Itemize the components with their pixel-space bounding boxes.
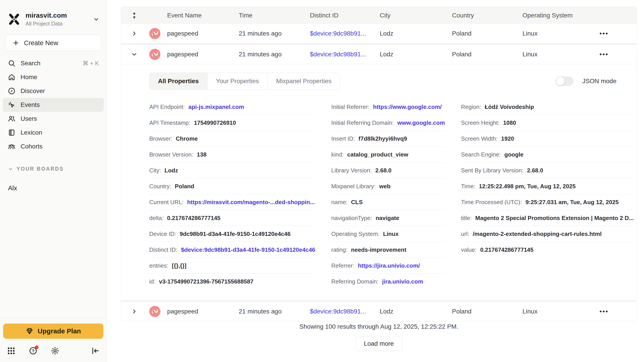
sidebar-item-search[interactable]: Search ⌘ + K	[3, 56, 104, 70]
event-country: Poland	[452, 30, 522, 37]
tab-your-properties[interactable]: Your Properties	[207, 73, 268, 89]
sidebar-item-users[interactable]: Users	[3, 112, 104, 126]
search-shortcut: ⌘ + K	[82, 60, 99, 67]
sidebar-item-cohorts[interactable]: Cohorts	[3, 139, 104, 153]
event-avatar-icon	[149, 49, 160, 60]
property-label: name:	[332, 199, 348, 206]
gem-icon	[26, 327, 34, 335]
property-value: 2.68.0	[375, 167, 391, 174]
event-country: Poland	[452, 51, 522, 58]
sidebar-item-discover[interactable]: Discover	[3, 84, 104, 98]
column-header-time[interactable]: Time	[239, 12, 310, 19]
create-new-button[interactable]: Create New	[5, 35, 101, 51]
property-value-link[interactable]: www.google.com	[397, 119, 445, 126]
row-more-button[interactable]: •••	[600, 308, 636, 315]
home-icon	[8, 73, 16, 81]
event-distinct-id-link[interactable]: $device:9dc98b91...	[310, 51, 380, 58]
board-item-alx[interactable]: Alx	[3, 182, 104, 194]
column-header-distinct-id[interactable]: Distinct ID	[310, 12, 380, 19]
column-header-city[interactable]: City	[380, 12, 452, 19]
column-header-country[interactable]: Country	[452, 12, 522, 19]
event-city: Lodz	[380, 30, 452, 37]
property-row: Mixpanel Library:web	[332, 178, 445, 194]
property-value-link[interactable]: $device:9dc98b91-d3a4-41fe-9150-1c49120e…	[181, 246, 315, 253]
sidebar-item-label: Cohorts	[20, 143, 42, 150]
your-boards-header[interactable]: YOUR BOARDS	[8, 166, 106, 172]
event-avatar-icon	[149, 28, 160, 39]
event-row[interactable]: pagespeed 21 minutes ago $device:9dc98b9…	[121, 45, 636, 64]
sidebar-item-lexicon[interactable]: Lexicon	[3, 126, 104, 139]
property-value: catalog_product_view	[347, 151, 408, 158]
chevron-right-icon[interactable]	[131, 308, 138, 315]
property-row: value:0.217674286777145	[461, 242, 634, 258]
property-row: Region:Łódź Voivodeship	[461, 99, 634, 115]
property-label: Region:	[461, 103, 481, 110]
property-row: API Endpoint:api-js.mixpanel.com	[149, 99, 315, 115]
property-row: Browser Version:138	[149, 147, 315, 163]
property-row: City:Lodz	[149, 163, 315, 178]
load-more-button[interactable]: Load more	[356, 337, 402, 351]
property-row: Insert ID:f7d8lk2hyyi6hvq9	[332, 131, 445, 147]
property-row: navigationType:navigate	[332, 210, 445, 226]
event-distinct-id-link[interactable]: $device:9dc98b91...	[310, 30, 380, 37]
property-value: Łódź Voivodeship	[485, 103, 534, 110]
events-table-card: Event Name Time Distinct ID City Country…	[121, 7, 637, 321]
chevron-down-icon[interactable]	[131, 51, 138, 58]
event-row[interactable]: pagespeed 21 minutes ago $device:9dc98b9…	[121, 24, 636, 43]
property-label: Initial Referrer:	[332, 103, 370, 110]
property-value: 0.217674286777145	[167, 215, 221, 222]
property-value-link[interactable]: jira.univio.com	[382, 278, 423, 285]
property-value: 9dc98b91-d3a4-41fe-9150-1c49120e4c46	[180, 231, 291, 237]
row-more-button[interactable]: •••	[600, 30, 636, 37]
tab-mixpanel-properties[interactable]: Mixpanel Properties	[268, 73, 340, 89]
property-label: Device ID:	[149, 231, 176, 237]
property-value: CLS	[351, 199, 363, 206]
plus-icon	[12, 39, 20, 46]
event-row[interactable]: pagespeed 21 minutes ago $device:9dc98b9…	[121, 302, 636, 321]
collapse-sidebar-icon[interactable]	[91, 346, 100, 355]
property-label: Operating System:	[332, 231, 380, 237]
property-value-link[interactable]: https://mirasvit.com/magento-...ded-shop…	[187, 199, 315, 206]
property-label: id:	[149, 278, 155, 285]
column-header-event-name[interactable]: Event Name	[167, 12, 239, 19]
json-mode-toggle[interactable]	[556, 76, 574, 86]
event-distinct-id-link[interactable]: $device:9dc98b91...	[310, 308, 380, 315]
row-more-button[interactable]: •••	[600, 50, 636, 58]
property-value: needs-improvement	[351, 246, 406, 253]
chevron-right-icon[interactable]	[131, 30, 138, 37]
property-row: Initial Referrer:https://www.google.com/	[332, 99, 445, 115]
apps-grid-icon[interactable]	[7, 346, 16, 355]
table-header-row: Event Name Time Distinct ID City Country…	[121, 7, 636, 24]
property-row: Time:12:25:22.498 pm, Tue, Aug 12, 2025	[461, 178, 634, 194]
property-value: Lodz	[164, 167, 178, 174]
property-row: Referring Domain:jira.univio.com	[332, 274, 445, 290]
sidebar-item-home[interactable]: Home	[3, 70, 104, 84]
property-value-link[interactable]: https://www.google.com/	[373, 103, 442, 110]
column-header-os[interactable]: Operating System	[522, 12, 600, 19]
sidebar-item-events[interactable]: Events	[3, 98, 104, 112]
collapse-rows-icon[interactable]	[130, 12, 138, 19]
sidebar-item-label: Home	[20, 73, 37, 81]
settings-gear-icon[interactable]	[50, 346, 60, 355]
property-value-link[interactable]: api-js.mixpanel.com	[188, 103, 244, 110]
book-icon	[8, 129, 16, 137]
event-time: 21 minutes ago	[239, 51, 310, 58]
upgrade-plan-button[interactable]: Upgrade Plan	[3, 324, 104, 339]
property-value: Linux	[383, 231, 398, 237]
search-icon	[8, 59, 16, 67]
sidebar-item-label: Users	[20, 115, 37, 122]
event-avatar-icon	[149, 306, 160, 317]
property-label: Screen Height:	[461, 119, 500, 126]
property-value-link[interactable]: https://jira.univio.com/	[358, 262, 420, 269]
help-icon[interactable]: ?	[29, 346, 38, 355]
property-row: Current URL:https://mirasvit.com/magento…	[149, 194, 315, 210]
property-label: Sent By Library Version:	[461, 167, 524, 174]
mixpanel-logo-icon	[8, 13, 20, 26]
upgrade-plan-label: Upgrade Plan	[38, 327, 81, 335]
property-row: title:Magento 2 Special Promotions Exten…	[461, 210, 634, 226]
property-row: Time Processed (UTC):9:25:27.031 am, Tue…	[461, 194, 634, 210]
project-switcher[interactable]: mirasvit.com All Project Data	[0, 0, 106, 29]
property-row: delta:0.217674286777145	[149, 210, 315, 226]
tab-all-properties[interactable]: All Properties	[150, 73, 207, 89]
event-city: Lodz	[380, 51, 452, 58]
